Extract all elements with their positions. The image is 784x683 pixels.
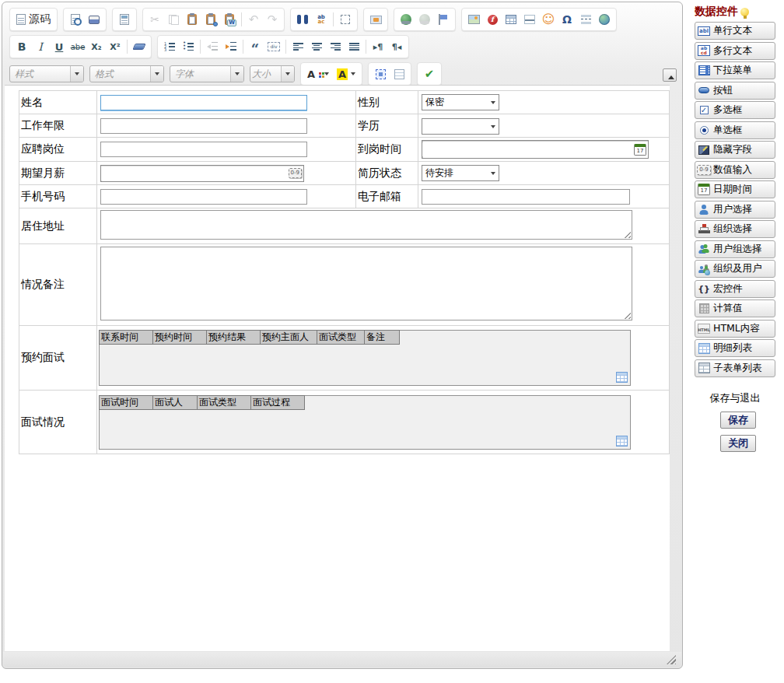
placeholder-button[interactable]	[366, 10, 385, 29]
sidebar-item-single-line-text[interactable]: abl 单行文本	[695, 22, 775, 40]
indent-button[interactable]	[222, 37, 240, 56]
checkbox-icon	[698, 104, 710, 117]
background-color-button[interactable]: A	[333, 65, 359, 83]
address-textarea[interactable]	[100, 210, 632, 240]
education-select[interactable]	[422, 118, 499, 135]
sidebar-item-numeric-input[interactable]: 0-9 数值输入	[695, 161, 775, 179]
superscript-button[interactable]: X²	[106, 37, 124, 56]
align-center-button[interactable]	[307, 37, 326, 56]
outdent-button[interactable]	[203, 37, 222, 56]
sidebar-item-dropdown-menu[interactable]: 下拉菜单	[695, 61, 775, 79]
cut-button[interactable]: ✂	[145, 10, 164, 29]
blockquote-button[interactable]: “	[246, 37, 264, 56]
work-years-input[interactable]	[100, 118, 307, 134]
image-button[interactable]	[464, 10, 483, 29]
strikethrough-icon: abe	[71, 43, 86, 51]
mobile-input[interactable]	[100, 189, 307, 205]
calendar-icon[interactable]: 17	[634, 144, 646, 156]
unlink-button[interactable]	[415, 10, 434, 29]
sidebar-item-multi-line-text[interactable]: abcd 多行文本	[695, 42, 775, 60]
sidebar-item-html-content[interactable]: HTML HTML内容	[695, 320, 775, 338]
sidebar-item-user-select[interactable]: 用户选择	[695, 201, 775, 219]
sidebar-item-org-select[interactable]: 组织选择	[695, 220, 775, 238]
flash-button[interactable]: f	[483, 10, 502, 29]
print-button[interactable]	[85, 10, 103, 29]
sidebar-item-user-group-select[interactable]: 用户组选择	[695, 240, 775, 258]
replace-button[interactable]: ab ac	[312, 10, 331, 29]
paste-button[interactable]	[183, 10, 201, 29]
sidebar-item-datetime[interactable]: 17 日期时间	[695, 180, 775, 198]
subscript-button[interactable]: X₂	[87, 37, 106, 56]
show-blocks-button[interactable]	[390, 65, 408, 83]
bulleted-list-button[interactable]	[179, 37, 198, 56]
arrival-time-input[interactable]	[422, 142, 632, 156]
format-dropdown[interactable]: 格式	[89, 65, 164, 82]
remarks-textarea[interactable]	[100, 247, 632, 320]
select-all-button[interactable]	[336, 10, 355, 29]
font-dropdown[interactable]: 字体	[170, 65, 244, 82]
smiley-button[interactable]: ☺	[539, 10, 558, 29]
confirm-button[interactable]: ✔	[420, 65, 439, 83]
size-dropdown[interactable]: 大小	[250, 65, 295, 82]
special-char-button[interactable]: Ω	[558, 10, 576, 29]
text-direction-ltr-button[interactable]: ▸¶	[369, 37, 387, 56]
copy-button[interactable]	[164, 10, 183, 29]
page-break-button[interactable]	[576, 10, 595, 29]
toolbar-group-basicstyles: B I U abe X₂ X²	[9, 35, 152, 58]
insert-table-button[interactable]	[502, 10, 520, 29]
sidebar-item-detail-list[interactable]: 明细列表	[695, 339, 775, 357]
eraser-icon	[132, 44, 145, 50]
editor-resize-handle[interactable]	[667, 655, 676, 664]
omega-icon: Ω	[562, 14, 572, 25]
style-dropdown[interactable]: 样式	[9, 65, 84, 82]
undo-button[interactable]: ↶	[244, 10, 263, 29]
find-button[interactable]	[293, 10, 312, 29]
align-left-button[interactable]	[289, 37, 307, 56]
templates-button[interactable]	[115, 10, 134, 29]
column-header: 预约结果	[206, 330, 261, 345]
strikethrough-button[interactable]: abe	[68, 37, 87, 56]
sidebar-item-org-and-user[interactable]: 组织及用户	[695, 260, 775, 278]
bold-button[interactable]: B	[12, 37, 31, 56]
maximize-button[interactable]	[371, 65, 390, 83]
horizontal-rule-button[interactable]	[520, 10, 539, 29]
color-dots-icon	[319, 72, 321, 75]
align-justify-button[interactable]	[345, 37, 363, 56]
name-input[interactable]	[100, 95, 307, 110]
sidebar-item-hidden-field[interactable]: 隐藏字段	[695, 141, 775, 159]
sidebar-item-calculated-value[interactable]: 计算值	[695, 299, 775, 317]
sidebar-item-button[interactable]: 按钮	[695, 82, 775, 100]
redo-button[interactable]: ↷	[263, 10, 282, 29]
remove-format-button[interactable]	[130, 37, 149, 56]
sidebar-item-subform-list[interactable]: 子表单列表	[695, 359, 775, 377]
interview-detail-list[interactable]: 面试时间 面试人 面试类型 面试过程	[99, 395, 631, 450]
anchor-button[interactable]	[434, 10, 453, 29]
appointment-detail-list[interactable]: 联系时间 预约时间 预约结果 预约主面人 面试类型 备注	[99, 330, 631, 386]
salary-input[interactable]	[101, 166, 289, 180]
sidebar-item-macro-control[interactable]: {} 宏控件	[695, 280, 775, 298]
source-button[interactable]: 源码	[12, 10, 54, 29]
sidebar-item-radio[interactable]: 单选框	[695, 121, 775, 139]
save-button[interactable]: 保存	[720, 412, 756, 429]
paste-word-button[interactable]: W	[220, 10, 239, 29]
link-button[interactable]	[397, 10, 415, 29]
div-container-button[interactable]: div	[264, 37, 283, 56]
text-color-button[interactable]: A	[303, 65, 333, 83]
preview-button[interactable]	[66, 10, 85, 29]
close-button[interactable]: 关闭	[720, 435, 756, 452]
underline-button[interactable]: U	[50, 37, 68, 56]
editor-content-area[interactable]: 姓名 性别 保密 工作年限 学历	[5, 85, 670, 651]
align-right-button[interactable]	[326, 37, 345, 56]
italic-button[interactable]: I	[31, 37, 50, 56]
resume-status-select[interactable]: 待安排	[422, 165, 499, 181]
gender-select[interactable]: 保密	[422, 94, 499, 110]
sidebar-item-checkbox[interactable]: 多选框	[695, 101, 775, 119]
paste-text-button[interactable]	[201, 10, 220, 29]
numbered-list-button[interactable]	[160, 37, 179, 56]
text-direction-rtl-button[interactable]: ¶◂	[387, 37, 406, 56]
iframe-button[interactable]	[595, 10, 614, 29]
email-input[interactable]	[422, 189, 630, 205]
column-header: 预约时间	[152, 330, 207, 345]
toolbar-collapse-button[interactable]	[663, 68, 677, 82]
position-input[interactable]	[100, 142, 307, 157]
